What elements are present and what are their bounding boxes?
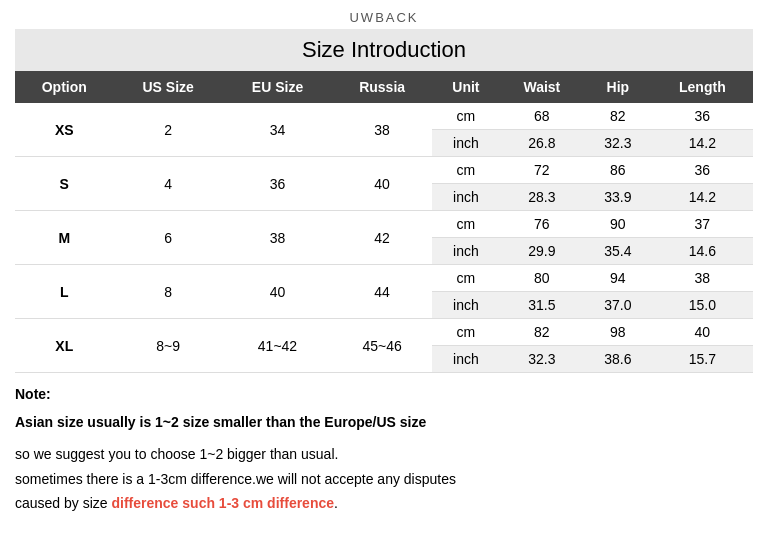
cell-waist: 72 [500,157,584,184]
cell-russia: 44 [332,265,432,319]
cell-option: M [15,211,114,265]
cell-eu-size: 34 [223,103,332,157]
cell-length: 14.2 [652,130,753,157]
table-header-row: Option US Size EU Size Russia Unit Waist… [15,71,753,103]
header-hip: Hip [584,71,652,103]
cell-length: 15.7 [652,346,753,373]
cell-hip: 86 [584,157,652,184]
cell-russia: 42 [332,211,432,265]
cell-us-size: 8~9 [114,319,223,373]
cell-length: 14.2 [652,184,753,211]
cell-us-size: 8 [114,265,223,319]
cell-length: 36 [652,103,753,130]
cell-eu-size: 41~42 [223,319,332,373]
cell-hip: 98 [584,319,652,346]
note-section: Note: Asian size usually is 1~2 size sma… [15,383,753,516]
note-label: Note: [15,383,753,407]
cell-length: 15.0 [652,292,753,319]
table-row: M63842cm769037 [15,211,753,238]
cell-unit: cm [432,211,500,238]
cell-eu-size: 36 [223,157,332,211]
header-waist: Waist [500,71,584,103]
note-line3-plain: sometimes there is a 1-3cm difference.we… [15,471,456,487]
header-length: Length [652,71,753,103]
cell-russia: 45~46 [332,319,432,373]
note-line1: Asian size usually is 1~2 size smaller t… [15,411,753,435]
cell-option: S [15,157,114,211]
cell-unit: cm [432,265,500,292]
cell-eu-size: 38 [223,211,332,265]
cell-option: XS [15,103,114,157]
header-russia: Russia [332,71,432,103]
cell-option: XL [15,319,114,373]
header-option: Option [15,71,114,103]
cell-hip: 90 [584,211,652,238]
header-eu-size: EU Size [223,71,332,103]
cell-unit: cm [432,157,500,184]
note-line4-end: . [334,495,338,511]
table-row: XL8~941~4245~46cm829840 [15,319,753,346]
cell-option: L [15,265,114,319]
cell-eu-size: 40 [223,265,332,319]
cell-us-size: 2 [114,103,223,157]
cell-hip: 35.4 [584,238,652,265]
cell-waist: 31.5 [500,292,584,319]
cell-russia: 40 [332,157,432,211]
cell-waist: 26.8 [500,130,584,157]
cell-waist: 68 [500,103,584,130]
cell-waist: 28.3 [500,184,584,211]
cell-unit: inch [432,292,500,319]
cell-unit: inch [432,238,500,265]
cell-unit: inch [432,184,500,211]
cell-unit: cm [432,103,500,130]
note-line4-red: difference such 1-3 cm difference [112,495,335,511]
cell-us-size: 6 [114,211,223,265]
cell-waist: 76 [500,211,584,238]
cell-hip: 33.9 [584,184,652,211]
header-unit: Unit [432,71,500,103]
cell-length: 14.6 [652,238,753,265]
cell-waist: 29.9 [500,238,584,265]
cell-unit: inch [432,346,500,373]
table-row: XS23438cm688236 [15,103,753,130]
cell-unit: cm [432,319,500,346]
cell-hip: 82 [584,103,652,130]
cell-hip: 94 [584,265,652,292]
table-row: S43640cm728636 [15,157,753,184]
main-title: Size Introduction [15,29,753,71]
table-row: L84044cm809438 [15,265,753,292]
header-us-size: US Size [114,71,223,103]
note-line4-plain: caused by size [15,495,112,511]
cell-hip: 38.6 [584,346,652,373]
cell-waist: 80 [500,265,584,292]
brand-label: UWBACK [15,10,753,25]
note-line2: so we suggest you to choose 1~2 bigger t… [15,443,753,467]
cell-length: 36 [652,157,753,184]
cell-waist: 82 [500,319,584,346]
cell-length: 40 [652,319,753,346]
cell-us-size: 4 [114,157,223,211]
cell-length: 37 [652,211,753,238]
cell-hip: 37.0 [584,292,652,319]
note-line3: sometimes there is a 1-3cm difference.we… [15,468,753,492]
cell-unit: inch [432,130,500,157]
cell-waist: 32.3 [500,346,584,373]
cell-hip: 32.3 [584,130,652,157]
cell-length: 38 [652,265,753,292]
cell-russia: 38 [332,103,432,157]
note-line4: caused by size difference such 1-3 cm di… [15,492,753,516]
size-table: Option US Size EU Size Russia Unit Waist… [15,71,753,373]
